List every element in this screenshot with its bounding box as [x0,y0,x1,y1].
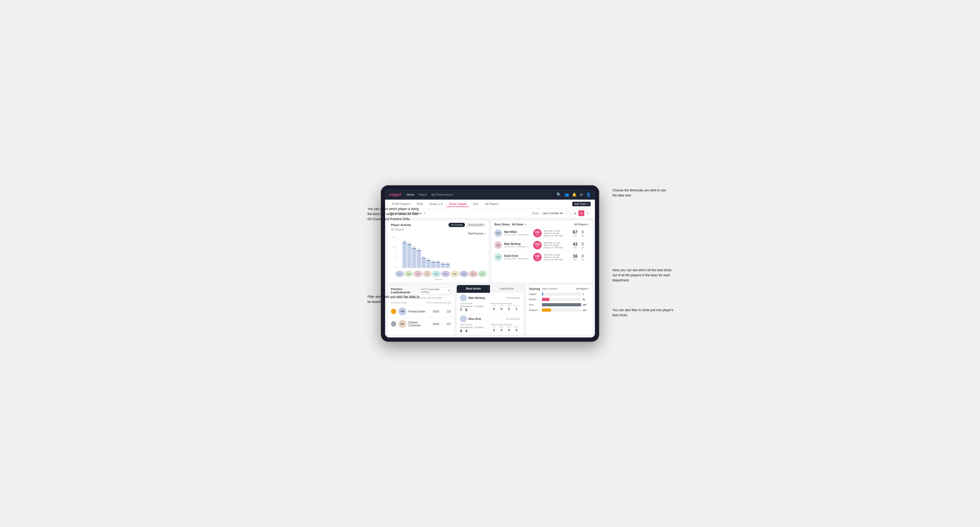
toggle-practice-button[interactable]: Practice Drills [466,223,485,227]
shot-stat1-val: 43 [573,242,578,247]
active-rounds-section: Total Rounds Tournament Practice 8 4 [460,323,490,333]
user-circle-icon[interactable]: 👤 [586,192,591,197]
player-avatar[interactable]: DF [414,271,422,277]
tournament-label: Tournament [460,326,473,329]
tab-tour[interactable]: Tour [470,201,481,207]
tournament-val: 8 [460,329,462,333]
shot-row-chevron[interactable]: › [588,243,589,247]
scoring-par-dropdown[interactable]: Par 3, 4 & 5s ▾ [542,287,558,290]
users-icon[interactable]: 👥 [564,192,569,197]
plus-circle-icon[interactable]: ⊕ [580,192,583,197]
tab-least-active[interactable]: Least Active [490,285,523,293]
scoring-row-label: Bogeys+ [529,309,540,311]
view-sliders-button[interactable]: ≡ [585,210,591,216]
bar[interactable] [441,264,445,268]
leaderboard-card: Practice Leaderboards PUTT Must Make Put… [388,285,454,335]
search-icon[interactable]: 🔍 [557,192,561,197]
shot-stat2-val: 0 [581,242,584,247]
shot-badge: 200SG [533,229,542,237]
y-axis-10: 10 [393,246,395,248]
player-avatar[interactable]: RB [450,271,459,277]
shot-row[interactable]: DFDavid Ford24 Aug 2023 · Royal North De… [492,251,592,263]
active-player-row: Blair McHarg 26 Aug 2023 Total Rounds To… [457,293,523,314]
annotation-topright: Choose the timescale you wish to see the… [612,188,671,198]
practice-label: Practice [475,326,484,329]
nav-links: Home Teams My Performance [406,192,453,197]
tab-pga[interactable]: PGA [414,201,426,207]
activity-toggle: On Course Practice Drills [449,223,485,227]
activity-title: Player Activity [391,223,411,227]
shot-row-chevron[interactable]: › [588,255,589,259]
player-avatar[interactable]: JC [423,271,432,277]
lb-row[interactable]: 2ECEdward Crossman18/20107 [388,318,454,330]
active-player-avatar [460,316,467,322]
player-avatar[interactable]: EE [432,271,441,277]
timescale-select[interactable]: Last 3 months Last 6 months Last year [541,211,563,215]
bar-group: 12 [407,242,412,268]
main-content: Player Activity On Course Practice Drill… [385,218,595,338]
bar-group: 5 [422,256,426,268]
player-avatar[interactable]: RB [404,271,413,277]
shot-stat2: 0yds [581,230,584,237]
y-axis-15: 15 [393,236,395,238]
nav-home[interactable]: Home [406,192,414,197]
bar-group: 9 [417,248,421,268]
total-rounds-chevron[interactable]: ▾ [484,232,485,235]
shot-row[interactable]: MMMatt Miller09 Jun 2023 · Royal North D… [492,227,592,239]
tab-pgat-players[interactable]: PGAT Players [389,201,413,207]
scoring-all-players-dropdown[interactable]: All Players ▾ [576,287,589,290]
bar[interactable] [412,248,416,268]
nav-my-performance[interactable]: My Performance [431,192,453,197]
view-grid-button[interactable]: ⊞ [572,210,578,216]
scoring-bar-container [542,298,581,301]
shot-stat1-unit: yds [574,247,577,249]
shot-player-avatar: MM [495,229,502,237]
shot-badge-label: SG [536,258,539,259]
shot-detail-line: Start Lie: Rough [544,232,571,235]
shot-detail-line: Shot Dist: 16 yds [544,254,571,256]
view-grid-dots-button[interactable]: ⋮⋮ [566,210,571,216]
shot-player-meta: 24 Aug 2023 · Royal North Devon GC, Hole… [504,257,531,260]
player-avatar[interactable]: BM [395,271,404,277]
shot-stat2-val: 0 [581,254,584,259]
shot-badge: 200SG [533,241,542,249]
bar-value: 3 [433,260,434,262]
player-avatar[interactable]: LR [478,271,487,277]
player-avatar[interactable]: EC [469,271,477,277]
bar[interactable] [436,262,440,268]
nav-teams[interactable]: Teams [418,192,427,197]
all-players-dropdown[interactable]: All Players ▾ [574,223,589,226]
tab-most-active[interactable]: Most Active [457,285,490,293]
bar[interactable] [417,250,421,268]
scoring-bar-value: 499 [583,304,589,306]
most-active-card: Most Active Least Active Blair McHarg 26… [457,285,523,335]
tab-hcaps[interactable]: Hcaps 1-5 [426,201,445,207]
tab-team-clippd[interactable]: Team Clippd [446,201,469,207]
leaderboard-dropdown[interactable]: PUTT Must Make Putting ... ▾ [420,287,451,294]
bar[interactable] [426,260,431,268]
bell-icon[interactable]: 🔔 [572,192,577,197]
shot-row[interactable]: BMBlair McHarg23 Jul 2023 · Ashridge GC,… [492,239,592,251]
bar[interactable] [445,264,450,268]
bar[interactable] [431,262,435,268]
tournament-label: Tournament [460,305,473,308]
player-avatars-row: BMRBDFJCEEGBRBMMECLR [388,269,488,278]
shot-row-chevron[interactable]: › [588,231,589,235]
bar[interactable] [422,258,426,268]
player-avatar[interactable]: MM [460,271,468,277]
shot-detail-line: Start Lie: Rough [544,256,571,259]
shots-tab-all[interactable]: All Shots [512,223,523,226]
tab-all-players[interactable]: All Players [482,201,501,207]
view-heart-button[interactable]: ♥ [578,210,584,216]
bar[interactable] [402,243,407,268]
gtt-val: 0 [490,329,498,332]
player-avatar[interactable]: GB [441,271,450,277]
bar[interactable] [407,244,412,268]
edit-team-icon[interactable]: ✎ [423,211,426,215]
shot-detail-line: Shot Dist: 67 yds [544,230,571,232]
lb-row[interactable]: 1RBRichard Butler19/20110 [388,305,454,318]
toggle-oncourse-button[interactable]: On Course [449,223,465,227]
scoring-bar-fill [542,298,549,301]
add-team-button[interactable]: Add Team + [572,202,591,206]
lb-rank-badge: 2 [391,321,396,327]
